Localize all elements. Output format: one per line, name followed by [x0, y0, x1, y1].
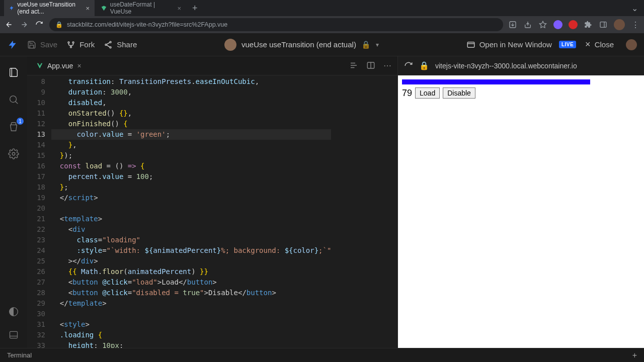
- plus-icon[interactable]: +: [632, 351, 637, 360]
- svg-point-3: [72, 42, 74, 43]
- terminal-label: Terminal: [7, 351, 32, 359]
- forward-button[interactable]: [19, 20, 29, 30]
- svg-point-9: [10, 96, 17, 103]
- back-button[interactable]: [4, 20, 14, 30]
- share-icon[interactable]: [523, 20, 532, 29]
- panel-icon[interactable]: [8, 329, 20, 341]
- preview-pane: 🔒 vitejs-vite-n3vyzh--3000.local.webcont…: [397, 56, 644, 348]
- split-icon[interactable]: [366, 61, 375, 70]
- vueuse-icon: [101, 5, 107, 12]
- svg-point-10: [12, 152, 15, 155]
- browser-tab-bar: vueUse useTransition (end act... × useDa…: [0, 0, 644, 16]
- format-icon[interactable]: [349, 61, 358, 70]
- search-icon[interactable]: [8, 94, 20, 106]
- svg-rect-1: [600, 22, 606, 28]
- project-title[interactable]: vueUse useTransition (end actual) 🔒 ▾: [224, 39, 379, 51]
- loading-bar: [402, 79, 590, 84]
- ports-icon[interactable]: 1: [8, 121, 20, 133]
- load-button[interactable]: Load: [415, 87, 440, 99]
- user-avatar[interactable]: [626, 39, 637, 50]
- star-icon[interactable]: [538, 20, 547, 29]
- chevron-down-icon[interactable]: ▾: [376, 41, 379, 48]
- svg-point-5: [110, 41, 111, 43]
- svg-point-6: [105, 44, 107, 45]
- install-icon[interactable]: [508, 20, 517, 29]
- lock-icon: 🔒: [55, 21, 63, 28]
- browser-tab-inactive[interactable]: useDateFormat | VueUse ×: [96, 0, 186, 18]
- extension-icon[interactable]: [569, 20, 578, 29]
- file-tab-label: App.vue: [47, 62, 73, 70]
- lock-icon: 🔒: [361, 40, 371, 49]
- file-tab-bar: App.vue × ⋯: [27, 56, 397, 75]
- svg-point-4: [70, 46, 72, 48]
- more-icon[interactable]: ⋯: [383, 61, 391, 70]
- close-button[interactable]: × Close: [585, 39, 614, 50]
- reload-button[interactable]: [34, 20, 44, 30]
- preview-body: 79 Load Disable: [398, 75, 644, 348]
- live-badge: LIVE: [559, 41, 576, 48]
- save-button[interactable]: Save: [27, 40, 57, 49]
- close-icon[interactable]: ×: [177, 5, 181, 12]
- editor-pane: App.vue × ⋯ 8910111213141516171819202122…: [27, 56, 397, 348]
- new-tab-button[interactable]: +: [187, 3, 203, 14]
- extension-icon[interactable]: [553, 20, 562, 29]
- preview-toolbar: 🔒 vitejs-vite-n3vyzh--3000.local.webcont…: [398, 56, 644, 75]
- theme-icon[interactable]: [8, 306, 20, 318]
- browser-tab-title: vueUse useTransition (end act...: [17, 1, 80, 15]
- svg-point-7: [110, 46, 111, 48]
- url-text: stackblitz.com/edit/vitejs-vite-n3vyzh?f…: [67, 21, 227, 28]
- sidepanel-icon[interactable]: [599, 20, 608, 29]
- close-icon[interactable]: ×: [86, 5, 90, 12]
- browser-chrome: vueUse useTransition (end act... × useDa…: [0, 0, 644, 33]
- profile-avatar[interactable]: [614, 19, 625, 30]
- percent-value: 79: [402, 88, 412, 99]
- url-input[interactable]: 🔒 stackblitz.com/edit/vitejs-vite-n3vyzh…: [49, 18, 503, 31]
- svg-rect-12: [10, 331, 18, 338]
- stackblitz-logo-icon[interactable]: [7, 39, 18, 50]
- vue-icon: [36, 62, 43, 69]
- disable-button[interactable]: Disable: [443, 87, 475, 99]
- owner-avatar: [224, 39, 236, 51]
- browser-toolbar-icons: ⋮: [508, 19, 640, 30]
- activity-bar: 1: [0, 56, 27, 348]
- browser-tab-active[interactable]: vueUse useTransition (end act... ×: [4, 0, 95, 18]
- badge-count: 1: [17, 118, 24, 125]
- close-icon: ×: [585, 39, 591, 50]
- browser-tab-title: useDateFormat | VueUse: [110, 1, 173, 15]
- line-gutter: 8910111213141516171819202122232425262728…: [27, 75, 51, 348]
- app-toolbar: Save Fork Share vueUse useTransition (en…: [0, 33, 644, 56]
- fork-button[interactable]: Fork: [66, 40, 95, 49]
- open-new-window-button[interactable]: Open in New Window LIVE: [466, 40, 576, 49]
- explorer-icon[interactable]: [8, 66, 20, 78]
- code-content: transition: TransitionPresets.easeInOutC…: [51, 75, 331, 348]
- reload-icon[interactable]: [404, 61, 413, 70]
- terminal-bar[interactable]: Terminal +: [0, 348, 644, 362]
- svg-point-2: [68, 42, 69, 43]
- browser-address-bar: 🔒 stackblitz.com/edit/vitejs-vite-n3vyzh…: [0, 16, 644, 33]
- file-tab[interactable]: App.vue ×: [31, 58, 87, 74]
- main-layout: 1 App.vue × ⋯ 8910111213141516171819202: [0, 56, 644, 348]
- bolt-icon: [9, 5, 14, 12]
- close-icon[interactable]: ×: [77, 62, 81, 70]
- kebab-icon[interactable]: ⋮: [631, 20, 640, 29]
- svg-rect-8: [467, 42, 474, 47]
- preview-url[interactable]: vitejs-vite-n3vyzh--3000.local.webcontai…: [435, 62, 638, 70]
- code-editor[interactable]: 8910111213141516171819202122232425262728…: [27, 75, 397, 348]
- lock-icon: 🔒: [419, 61, 429, 70]
- chevron-down-icon[interactable]: ⌄: [625, 4, 644, 13]
- settings-icon[interactable]: [8, 148, 20, 160]
- share-button[interactable]: Share: [104, 40, 137, 49]
- puzzle-icon[interactable]: [584, 20, 593, 29]
